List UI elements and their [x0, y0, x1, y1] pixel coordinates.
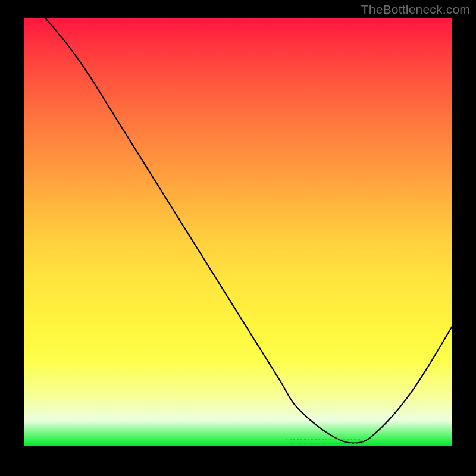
optimal-fit-band	[286, 439, 360, 444]
bottleneck-curve	[45, 18, 452, 443]
chart-svg	[24, 18, 452, 446]
attribution-text: TheBottleneck.com	[361, 2, 470, 17]
chart-plot-area	[24, 18, 452, 446]
